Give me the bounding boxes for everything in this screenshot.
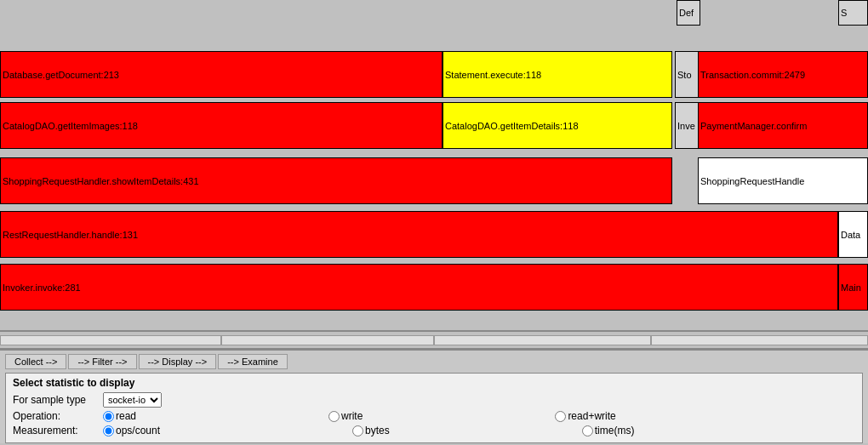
bottom-panel: Collect --> --> Filter --> --> Display -… <box>0 349 868 443</box>
operation-row: Operation: read write read+write <box>13 410 855 422</box>
tab-display[interactable]: --> Display --> <box>139 354 217 369</box>
transaction-commit-block[interactable]: Transaction.commit:2479 <box>698 51 868 98</box>
scrollbar-area[interactable] <box>0 332 868 349</box>
radio-write[interactable]: write <box>328 410 363 422</box>
db-get-document-block[interactable]: Database.getDocument:213 <box>0 51 443 98</box>
main-block[interactable]: Main <box>838 264 868 311</box>
settings-panel: Select statistic to display For sample t… <box>5 373 863 443</box>
radio-time-label: time(ms) <box>595 425 635 436</box>
shopping-show-details-block[interactable]: ShoppingRequestHandler.showItemDetails:4… <box>0 157 672 204</box>
tabs-row: Collect --> --> Filter --> --> Display -… <box>0 351 868 369</box>
operation-label: Operation: <box>13 410 98 422</box>
invoker-invoke-block[interactable]: Invoker.invoke:281 <box>0 264 838 311</box>
flame-graph: Def S Database.getDocument:213 Statement… <box>0 0 868 332</box>
sto-block[interactable]: Sto <box>675 51 699 98</box>
sample-type-select[interactable]: socket-io cpu memory io <box>103 392 162 408</box>
tab-filter[interactable]: --> Filter --> <box>68 354 136 369</box>
radio-write-label: write <box>341 410 363 422</box>
radio-read-input[interactable] <box>103 411 114 422</box>
catalog-get-images-block[interactable]: CatalogDAO.getItemImages:118 <box>0 102 443 149</box>
radio-write-input[interactable] <box>328 411 340 422</box>
data-block[interactable]: Data <box>838 211 868 258</box>
radio-ops[interactable]: ops/count <box>103 425 160 436</box>
measurement-row: Measurement: ops/count bytes time(ms) <box>13 425 855 436</box>
radio-time-input[interactable] <box>582 425 593 436</box>
radio-bytes-input[interactable] <box>352 425 363 436</box>
tab-collect[interactable]: Collect --> <box>5 354 66 369</box>
header-s-block[interactable]: S <box>838 0 868 26</box>
catalog-get-details-block[interactable]: CatalogDAO.getItemDetails:118 <box>443 102 672 149</box>
scrollbar-track-4[interactable] <box>651 335 868 345</box>
radio-read-write[interactable]: read+write <box>555 410 615 422</box>
shopping-handler2-block[interactable]: ShoppingRequestHandle <box>698 157 868 204</box>
sample-type-label: For sample type <box>13 394 98 406</box>
radio-read-write-input[interactable] <box>555 411 566 422</box>
scrollbar-track-1[interactable] <box>0 335 221 345</box>
settings-title: Select statistic to display <box>13 377 855 389</box>
tab-examine[interactable]: --> Examine <box>218 354 288 369</box>
sample-type-row: For sample type socket-io cpu memory io <box>13 392 855 408</box>
radio-time[interactable]: time(ms) <box>582 425 635 436</box>
scrollbar-track-3[interactable] <box>434 335 651 345</box>
radio-ops-label: ops/count <box>116 425 160 436</box>
header-def-block[interactable]: Def <box>677 0 700 26</box>
rest-handle-block[interactable]: RestRequestHandler.handle:131 <box>0 211 838 258</box>
radio-read-label: read <box>116 410 136 422</box>
radio-bytes[interactable]: bytes <box>352 425 390 436</box>
payment-confirm-block[interactable]: PaymentManager.confirm <box>698 102 868 149</box>
radio-read[interactable]: read <box>103 410 136 422</box>
statement-execute-block[interactable]: Statement.execute:118 <box>443 51 672 98</box>
measurement-label: Measurement: <box>13 425 98 436</box>
radio-bytes-label: bytes <box>365 425 390 436</box>
scrollbar-track-2[interactable] <box>221 335 434 345</box>
radio-ops-input[interactable] <box>103 425 114 436</box>
radio-read-write-label: read+write <box>568 410 615 422</box>
inve-block[interactable]: Inve <box>675 102 699 149</box>
